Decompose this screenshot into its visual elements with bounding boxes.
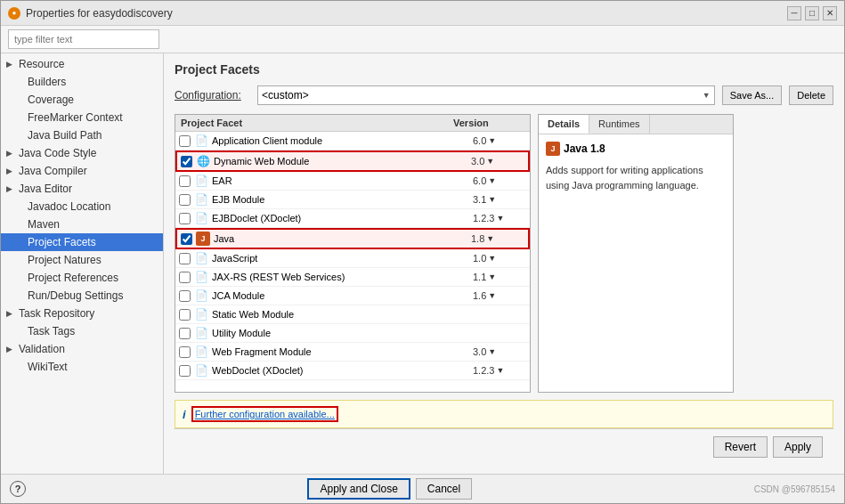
- sidebar-item-label: Resource: [19, 58, 64, 70]
- help-icon[interactable]: ?: [10, 481, 26, 497]
- facet-row-ejbXDoclet[interactable]: 📄EJBDoclet (XDoclet)1.2.3 ▼: [175, 209, 530, 228]
- apply-button[interactable]: Apply: [773, 436, 823, 458]
- facet-version-dropdown-webFragment[interactable]: 3.0 ▼: [473, 346, 526, 357]
- facet-checkbox-webFragment[interactable]: [179, 346, 191, 358]
- config-row: Configuration: <custom> ▼ Save As... Del…: [175, 85, 833, 105]
- version-dropdown-arrow-icon: ▼: [496, 214, 504, 223]
- facet-checkbox-utility[interactable]: [179, 328, 191, 339]
- maximize-button[interactable]: □: [805, 6, 819, 20]
- facet-version-dropdown-jaxrs[interactable]: 1.1 ▼: [473, 272, 526, 282]
- facet-version-dropdown-webDoclet[interactable]: 1.2.3 ▼: [473, 365, 526, 376]
- facet-version-ear: 6.0 ▼: [473, 175, 526, 186]
- minimize-button[interactable]: ─: [787, 6, 801, 20]
- facet-checkbox-ejb[interactable]: [179, 194, 191, 206]
- facet-version-dropdown-appClient[interactable]: 6.0 ▼: [473, 135, 526, 146]
- cancel-button[interactable]: Cancel: [416, 478, 472, 500]
- sidebar-item-javadoc[interactable]: Javadoc Location: [1, 198, 163, 215]
- search-input[interactable]: [8, 29, 159, 49]
- sidebar-item-projectfacets[interactable]: Project Facets: [1, 233, 163, 251]
- sidebar-item-validation[interactable]: ▶Validation: [1, 340, 163, 358]
- sidebar-item-resource[interactable]: ▶Resource: [1, 55, 163, 73]
- facet-row-javascript[interactable]: 📄JavaScript1.0 ▼: [175, 249, 530, 268]
- app-icon: ●: [8, 7, 20, 20]
- facet-name-jca: JCA Module: [212, 290, 473, 301]
- facet-version-dropdown-java[interactable]: 1.8 ▼: [471, 233, 524, 244]
- facet-version-dropdown-ejbXDoclet[interactable]: 1.2.3 ▼: [473, 213, 526, 224]
- sidebar-item-label: Java Build Path: [28, 129, 102, 142]
- facet-name-jaxrs: JAX-RS (REST Web Services): [212, 272, 473, 282]
- facet-icon-jca: 📄: [194, 289, 208, 303]
- facet-checkbox-ejbXDoclet[interactable]: [179, 213, 191, 224]
- facet-row-jaxrs[interactable]: 📄JAX-RS (REST Web Services)1.1 ▼: [175, 268, 530, 287]
- facet-row-webDoclet[interactable]: 📄WebDoclet (XDoclet)1.2.3 ▼: [175, 362, 530, 380]
- version-dropdown-arrow-icon: ▼: [488, 272, 496, 281]
- sidebar-item-javabuildpath[interactable]: Java Build Path: [1, 126, 163, 144]
- expand-arrow-icon: ▶: [6, 309, 15, 318]
- apply-and-close-button[interactable]: Apply and Close: [307, 478, 410, 500]
- facet-checkbox-webDoclet[interactable]: [179, 365, 191, 377]
- tab-runtimes[interactable]: Runtimes: [589, 115, 649, 134]
- facet-name-header: Project Facet: [181, 118, 453, 128]
- facet-row-utility[interactable]: 📄Utility Module: [175, 324, 530, 343]
- facet-version-dropdown-ejb[interactable]: 3.1 ▼: [473, 194, 526, 205]
- facet-checkbox-jca[interactable]: [179, 290, 191, 302]
- config-dropdown[interactable]: <custom> ▼: [257, 85, 715, 105]
- facet-icon-ear: 📄: [194, 174, 208, 188]
- tab-details[interactable]: Details: [539, 115, 589, 134]
- sidebar-item-javacodestyle[interactable]: ▶Java Code Style: [1, 144, 163, 162]
- facet-name-utility: Utility Module: [212, 328, 473, 338]
- facet-row-java[interactable]: JJava1.8 ▼: [175, 228, 530, 249]
- facet-name-webFragment: Web Fragment Module: [212, 346, 473, 357]
- expand-arrow-icon: ▶: [6, 167, 15, 175]
- facet-checkbox-java[interactable]: [181, 233, 192, 245]
- sidebar-item-projectnatures[interactable]: Project Natures: [1, 251, 163, 269]
- facet-checkbox-appClient[interactable]: [179, 135, 191, 147]
- facet-row-ear[interactable]: 📄EAR6.0 ▼: [175, 172, 530, 191]
- sidebar-item-label: Maven: [28, 218, 60, 231]
- facet-checkbox-staticWeb[interactable]: [179, 309, 191, 321]
- further-config-link[interactable]: Further configuration available...: [191, 406, 338, 422]
- facet-icon-appClient: 📄: [194, 134, 208, 148]
- sidebar-item-freemarker[interactable]: FreeMarker Context: [1, 109, 163, 126]
- sidebar-item-projectrefs[interactable]: Project References: [1, 269, 163, 287]
- facet-row-webFragment[interactable]: 📄Web Fragment Module3.0 ▼: [175, 343, 530, 362]
- sidebar-item-label: Java Compiler: [19, 165, 87, 177]
- facet-checkbox-javascript[interactable]: [179, 253, 191, 264]
- facet-checkbox-jaxrs[interactable]: [179, 272, 191, 283]
- facet-row-ejb[interactable]: 📄EJB Module3.1 ▼: [175, 191, 530, 209]
- sidebar-item-builders[interactable]: Builders: [1, 73, 163, 91]
- facet-row-dynamicWeb[interactable]: 🌐Dynamic Web Module3.0 ▼: [175, 150, 530, 172]
- facet-row-appClient[interactable]: 📄Application Client module6.0 ▼: [175, 132, 530, 150]
- sidebar-item-label: Coverage: [28, 93, 74, 106]
- sidebar-item-taskrepo[interactable]: ▶Task Repository: [1, 305, 163, 322]
- sidebar-item-coverage[interactable]: Coverage: [1, 91, 163, 109]
- details-title-text: Java 1.8: [564, 142, 605, 155]
- facet-version-dropdown-jca[interactable]: 1.6 ▼: [473, 290, 526, 301]
- delete-button[interactable]: Delete: [789, 85, 833, 105]
- facet-version-dropdown-dynamicWeb[interactable]: 3.0 ▼: [471, 156, 524, 167]
- sidebar-item-wikitext[interactable]: WikiText: [1, 358, 163, 376]
- facet-checkbox-ear[interactable]: [179, 175, 191, 187]
- facet-version-dropdown-ear[interactable]: 6.0 ▼: [473, 175, 526, 186]
- config-label: Configuration:: [175, 89, 250, 102]
- title-bar: ● Properties for easydodiscovery ─ □ ✕: [1, 1, 844, 26]
- sidebar-item-javaeditor[interactable]: ▶Java Editor: [1, 180, 163, 198]
- facet-checkbox-dynamicWeb[interactable]: [181, 156, 192, 167]
- facet-row-staticWeb[interactable]: 📄Static Web Module: [175, 305, 530, 324]
- revert-button[interactable]: Revert: [713, 436, 768, 458]
- sidebar-item-maven[interactable]: Maven: [1, 215, 163, 233]
- sidebar-item-tasktags[interactable]: Task Tags: [1, 322, 163, 340]
- footer-bar: ? Apply and Close Cancel CSDN @596785154: [1, 474, 844, 503]
- facet-name-javascript: JavaScript: [212, 253, 473, 264]
- facet-version-dropdown-javascript[interactable]: 1.0 ▼: [473, 253, 526, 264]
- facet-version-java: 1.8 ▼: [471, 233, 524, 244]
- facet-version-jaxrs: 1.1 ▼: [473, 272, 526, 282]
- save-as-button[interactable]: Save As...: [722, 85, 783, 105]
- watermark: CSDN @596785154: [754, 484, 835, 494]
- sidebar-item-rundebug[interactable]: Run/Debug Settings: [1, 287, 163, 305]
- close-button[interactable]: ✕: [823, 6, 837, 20]
- facet-row-jca[interactable]: 📄JCA Module1.6 ▼: [175, 287, 530, 305]
- sidebar-item-javacompiler[interactable]: ▶Java Compiler: [1, 162, 163, 180]
- sidebar-item-label: Builders: [28, 76, 66, 88]
- sidebar-item-label: Project References: [28, 272, 118, 284]
